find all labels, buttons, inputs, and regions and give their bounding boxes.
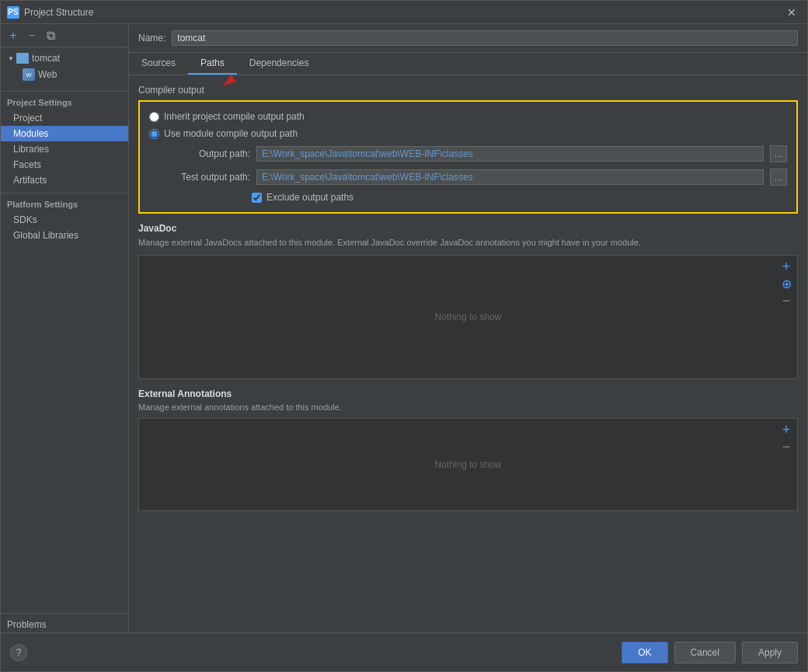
- sidebar-item-problems[interactable]: Problems: [1, 617, 128, 632]
- external-annotations-description: Manage external annotations attached to …: [138, 402, 798, 412]
- exclude-output-paths-label: Exclude output paths: [266, 192, 354, 203]
- radio-inherit-label: Inherit project compile output path: [164, 111, 305, 122]
- test-output-path-browse-button[interactable]: …: [770, 169, 787, 186]
- ext-annot-actions: + −: [775, 419, 797, 458]
- output-path-input[interactable]: [256, 146, 764, 162]
- javadoc-title: JavaDoc: [138, 223, 798, 234]
- tree-item-web[interactable]: W Web: [1, 66, 128, 83]
- project-structure-window: PS Project Structure ✕ + − ⧉ ▼ tomcat: [0, 0, 808, 672]
- tab-sources[interactable]: Sources: [129, 53, 188, 75]
- sidebar-item-facets[interactable]: Facets: [1, 157, 128, 172]
- copy-module-button[interactable]: ⧉: [43, 28, 58, 44]
- sidebar-item-sdks[interactable]: SDKs: [1, 212, 128, 228]
- test-output-path-input[interactable]: [256, 169, 764, 185]
- project-settings-label: Project Settings: [1, 92, 128, 110]
- tree-item-tomcat[interactable]: ▼ tomcat: [1, 50, 128, 66]
- help-button[interactable]: ?: [10, 644, 27, 661]
- javadoc-actions: + ⊕ −: [775, 256, 797, 312]
- sidebar-item-project[interactable]: Project: [1, 110, 128, 126]
- name-input[interactable]: [172, 30, 798, 46]
- test-output-path-label: Test output path:: [165, 172, 250, 183]
- module-folder-icon: [16, 53, 29, 64]
- web-icon: W: [23, 68, 35, 81]
- name-label: Name:: [138, 33, 165, 44]
- external-annotations-section: External Annotations Manage external ann…: [138, 388, 798, 511]
- sidebar-item-modules[interactable]: Modules: [1, 126, 128, 141]
- bottom-bar: ? OK Cancel Apply: [1, 632, 807, 671]
- radio-use-module[interactable]: [149, 129, 159, 139]
- exclude-output-paths-checkbox[interactable]: [252, 193, 262, 203]
- apply-button[interactable]: Apply: [742, 642, 798, 663]
- external-annotations-title: External Annotations: [138, 388, 798, 399]
- compiler-output-section: Inherit project compile output path Use …: [138, 100, 798, 214]
- sidebar-toolbar: + − ⧉: [1, 24, 128, 47]
- remove-module-button[interactable]: −: [24, 28, 40, 44]
- platform-settings-label: Platform Settings: [1, 193, 128, 212]
- tree-label-web: Web: [38, 69, 57, 80]
- add-module-button[interactable]: +: [5, 28, 21, 44]
- sidebar-item-artifacts[interactable]: Artifacts: [1, 172, 128, 188]
- javadoc-add-button[interactable]: +: [778, 259, 794, 274]
- paths-tab-content: Compiler output Inherit project compile …: [129, 75, 807, 632]
- cancel-button[interactable]: Cancel: [674, 642, 736, 663]
- title-bar: PS Project Structure ✕: [1, 1, 807, 24]
- javadoc-remove-button[interactable]: −: [778, 293, 794, 308]
- ext-annot-remove-button[interactable]: −: [778, 439, 794, 454]
- javadoc-empty-label: Nothing to show: [434, 312, 501, 322]
- content-area: Name: Sources Paths Dependencies: [129, 24, 807, 632]
- ext-annot-add-button[interactable]: +: [778, 422, 794, 437]
- tabs-bar: Sources Paths Dependencies: [129, 53, 807, 75]
- left-sidebar: + − ⧉ ▼ tomcat W Web Project Settings: [1, 24, 129, 632]
- radio-inherit-row: Inherit project compile output path: [149, 111, 787, 122]
- close-button[interactable]: ✕: [782, 5, 801, 20]
- sidebar-item-libraries[interactable]: Libraries: [1, 141, 128, 157]
- sidebar-item-global-libraries[interactable]: Global Libraries: [1, 228, 128, 243]
- tab-dependencies[interactable]: Dependencies: [237, 53, 322, 75]
- javadoc-add-url-button[interactable]: ⊕: [778, 276, 794, 291]
- output-path-browse-button[interactable]: …: [770, 145, 787, 162]
- name-bar: Name:: [129, 24, 807, 53]
- ok-button[interactable]: OK: [622, 642, 667, 663]
- compiler-output-title: Compiler output: [138, 85, 798, 96]
- dialog-buttons: OK Cancel Apply: [622, 642, 798, 663]
- tree-label-tomcat: tomcat: [32, 53, 60, 64]
- test-output-path-row: Test output path: …: [149, 169, 787, 186]
- radio-inherit[interactable]: [149, 112, 159, 122]
- app-icon: PS: [7, 6, 19, 19]
- main-content: + − ⧉ ▼ tomcat W Web Project Settings: [1, 24, 807, 632]
- javadoc-section: JavaDoc Manage external JavaDocs attache…: [138, 223, 798, 379]
- ext-annot-empty-label: Nothing to show: [434, 459, 501, 470]
- tree-arrow-tomcat: ▼: [5, 53, 16, 64]
- exclude-output-paths-row: Exclude output paths: [149, 192, 787, 203]
- javadoc-panel: + ⊕ − Nothing to show: [138, 255, 798, 379]
- tab-paths[interactable]: Paths: [188, 53, 237, 75]
- radio-use-module-row: Use module compile output path: [149, 128, 787, 139]
- output-path-row: Output path: …: [149, 145, 787, 162]
- compiler-output-container: Compiler output Inherit project compile …: [138, 85, 798, 214]
- javadoc-description: Manage external JavaDocs attached to thi…: [138, 237, 798, 249]
- output-path-label: Output path:: [165, 148, 250, 159]
- external-annotations-panel: + − Nothing to show: [138, 418, 798, 511]
- radio-use-module-label: Use module compile output path: [164, 128, 298, 139]
- window-title: Project Structure: [24, 7, 782, 18]
- module-tree: ▼ tomcat W Web: [1, 47, 128, 86]
